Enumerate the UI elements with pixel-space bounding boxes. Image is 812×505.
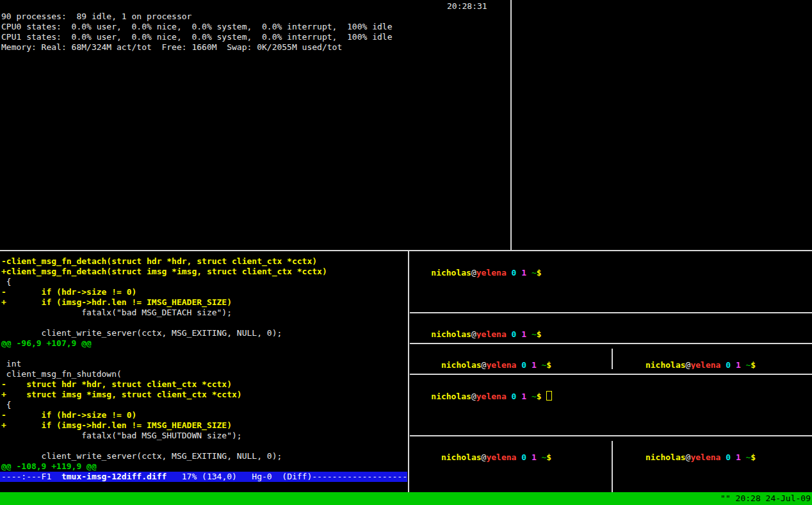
pane-row-c: nicholas@yelena 0 1 ~$ nicholas@yelena 0… <box>410 349 812 369</box>
modeline-dashes: ------------------------------ <box>312 472 407 481</box>
file-row: tmux-modesearch.diff <box>514 73 812 83</box>
shell-prompt: nicholas@yelena 0 1 ~$ <box>431 329 541 338</box>
diff-line: - if (hdr->size != 0) <box>1 287 407 297</box>
pane-border-horizontal <box>410 338 812 349</box>
prompt-segment <box>507 268 512 277</box>
prompt-segment: nicholas <box>441 360 482 369</box>
prompt-segment <box>526 329 532 338</box>
process-row: 10340nicholas30692K620Kidlettyin0:000.00… <box>1 206 510 217</box>
shell-prompt: nicholas@yelena 0 1 ~$ <box>431 392 541 401</box>
prompt-segment: $ <box>537 392 542 401</box>
diff-line <box>1 349 407 359</box>
prompt-segment <box>526 360 532 369</box>
emacs-modeline: ----:---F1 tmux-imsg-12diff.diff 17% (13… <box>0 472 407 482</box>
prompt-segment: 0 <box>726 452 731 462</box>
prompt-segment: 0 <box>726 360 731 369</box>
prompt-segment: nicholas <box>441 452 482 462</box>
file-row: tmux-borders.difftmux-newsetopt.diff <box>514 12 812 22</box>
diff-buffer: -client_msg_fn_detach(struct hdr *hdr, s… <box>1 256 407 472</box>
shell-prompt: nicholas@yelena 0 1 ~$ <box>441 360 551 369</box>
pane-emacs-diff[interactable]: -client_msg_fn_detach(struct hdr *hdr, s… <box>0 251 407 492</box>
shell-prompt-line: nicholas@yelena 0 1 ~$ <box>514 83 812 94</box>
prompt-segment: 1 <box>521 268 526 277</box>
diff-line: + if (imsg->hdr.len != IMSG_HEADER_SIZE) <box>1 297 407 308</box>
modeline-prefix: ----:---F1 <box>1 472 61 481</box>
prompt-segment: yelena <box>476 268 507 277</box>
pane-shell-b[interactable]: nicholas@yelena 0 1 ~$ <box>410 318 812 338</box>
pane-shell-e-right[interactable]: nicholas@yelena 0 1 ~$ <box>613 441 812 492</box>
process-row: 12060root20456K796Ksleep/0kqread0:000.00… <box>1 114 510 124</box>
diff-line: client_write_server(cctx, MSG_EXITING, N… <box>1 328 407 338</box>
prompt-segment <box>731 360 736 369</box>
pane-border-horizontal <box>410 431 812 441</box>
prompt-segment: yelena <box>486 360 516 369</box>
pane-shell-a[interactable]: nicholas@yelena 0 1 ~$ <box>410 256 812 308</box>
top-clock: 20:28:31 <box>447 1 487 12</box>
prompt-segment: nicholas <box>431 268 471 277</box>
prompt-segment: 1 <box>521 392 526 401</box>
process-table-header: PIDUSERNAMEPRINICESIZERESSTATEWAITTIMECP… <box>1 63 510 73</box>
file-row: tmux-imsg1.difftmux-sessenv-new.diff <box>514 53 812 63</box>
prompt-segment: @ <box>471 392 476 401</box>
prompt-segment: $ <box>546 360 551 369</box>
pane-border-vertical-bottom <box>408 251 409 492</box>
prompt-segment: yelena <box>476 392 507 401</box>
diff-line: @@ -108,9 +119,9 @@ <box>1 461 407 472</box>
prompt-segment <box>741 452 746 462</box>
prompt-segment: ~ <box>532 268 537 277</box>
pane-shell-d[interactable]: nicholas@yelena 0 1 ~$ <box>410 379 812 431</box>
cpu1-states-line: CPU1 states: 0.0% user, 0.0% nice, 0.0% … <box>1 32 510 42</box>
pane-top-process-monitor[interactable]: load averages: 0.45, 0.39, 0.37 90 proce… <box>0 0 510 250</box>
prompt-segment: nicholas <box>431 392 471 401</box>
prompt-segment: yelena <box>486 452 516 462</box>
prompt-segment <box>526 268 532 277</box>
process-row: 20891root20612K952Kidleselect0:000.00%cr… <box>1 196 510 206</box>
diff-line: -client_msg_fn_detach(struct hdr *hdr, s… <box>1 256 407 267</box>
file-row: tmux-bsdauth.difftmux-newsetopt1.diff <box>514 22 812 32</box>
pane-shell-c-right[interactable]: nicholas@yelena 0 1 ~$ <box>613 349 812 369</box>
process-row: 27153nicholas201500K11Msleep/0select0:00… <box>1 237 510 247</box>
process-row: 1688root20148K144Kidlenfsd0:020.00%nfsd <box>1 165 510 176</box>
prompt-segment: 0 <box>521 360 526 369</box>
file-listing: tmux-borders.difftmux-newsetopt.diff tmu… <box>514 12 812 83</box>
shell-prompt-line: nicholas@yelena 0 1 ~$ls tmux-* <box>514 1 812 12</box>
prompt-segment <box>537 452 542 462</box>
prompt-segment <box>741 360 746 369</box>
prompt-segment: nicholas <box>646 452 686 462</box>
file-row: tmux-imsg2.difftmux-visual.diff <box>514 63 812 73</box>
prompt-segment: 1 <box>532 452 537 462</box>
diff-line <box>1 441 407 451</box>
emacs-minibuffer <box>0 482 407 492</box>
processes-line: 90 processes: 89 idle, 1 on processor <box>1 12 510 22</box>
prompt-segment <box>507 329 512 338</box>
prompt-segment <box>507 392 512 401</box>
blank-line <box>1 53 510 63</box>
pane-row-e: nicholas@yelena 0 1 ~$ nicholas@yelena 0… <box>410 441 812 492</box>
pane-shell-e-left[interactable]: nicholas@yelena 0 1 ~$ <box>410 441 612 492</box>
prompt-segment: nicholas <box>431 329 471 338</box>
diff-line: fatalx("bad MSG_DETACH size"); <box>1 308 407 318</box>
prompt-segment: 1 <box>736 360 741 369</box>
diff-line: - if (hdr->size != 0) <box>1 410 407 420</box>
diff-line: +client_msg_fn_detach(struct imsg *imsg,… <box>1 267 407 277</box>
prompt-segment: $ <box>537 268 542 277</box>
modeline-info: 17% (134,0) Hg-0 (Diff) <box>166 472 312 481</box>
process-row: 13971_syslogd20624K840Ksleep/0poll0:000.… <box>1 217 510 227</box>
pane-shell-ls[interactable]: nicholas@yelena 0 1 ~$ls tmux-* tmux-bor… <box>512 0 812 250</box>
diff-line: { <box>1 277 407 287</box>
right-pane-stack: nicholas@yelena 0 1 ~$ nicholas@yelena 0… <box>410 256 812 492</box>
memory-line: Memory: Real: 68M/324M act/tot Free: 166… <box>1 42 510 53</box>
process-row: 16366nicholas201520K4556Ksleep/1poll1:34… <box>1 83 510 94</box>
process-row: 26598root20148K144Kidlenfsd0:010.00%nfsd <box>1 176 510 186</box>
prompt-segment <box>526 392 532 401</box>
shell-prompt: nicholas@yelena 0 1 ~$ <box>646 452 756 462</box>
shell-prompt: nicholas@yelena 0 1 ~$ <box>441 452 551 462</box>
process-row: 26309nicholas201776K4708Ksleep/1poll0:06… <box>1 73 510 83</box>
prompt-segment: $ <box>751 360 756 369</box>
cpu0-states-line: CPU0 states: 0.0% user, 0.0% nice, 0.0% … <box>1 22 510 32</box>
prompt-segment: ~ <box>532 329 537 338</box>
pane-border-horizontal <box>410 308 812 318</box>
prompt-segment: 1 <box>521 329 526 338</box>
prompt-segment: $ <box>751 452 756 462</box>
pane-shell-c-left[interactable]: nicholas@yelena 0 1 ~$ <box>410 349 612 369</box>
